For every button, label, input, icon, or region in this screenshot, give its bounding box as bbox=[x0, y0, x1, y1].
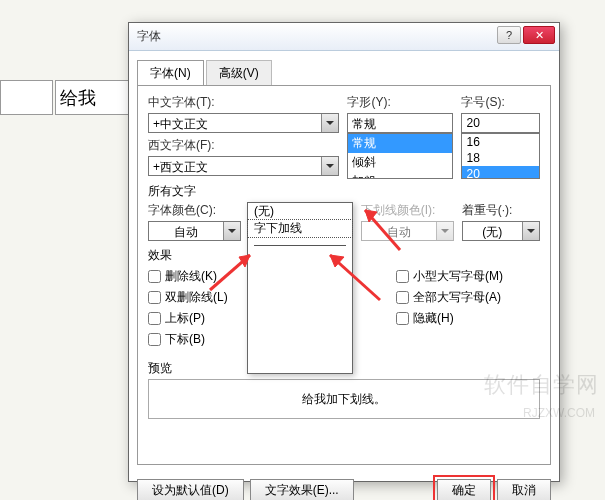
document-text: 给我 bbox=[55, 80, 130, 115]
emphasis-combo[interactable]: (无) bbox=[462, 221, 540, 241]
chevron-down-icon[interactable] bbox=[321, 157, 338, 175]
label-all-text: 所有文字 bbox=[148, 183, 540, 200]
size-input[interactable]: 20 bbox=[461, 113, 540, 133]
annotation-arrow-icon bbox=[320, 245, 390, 305]
label-emphasis: 着重号(·): bbox=[462, 202, 540, 219]
dd-item-underline-words[interactable]: 字下加线 bbox=[248, 220, 352, 237]
style-item-regular[interactable]: 常规 bbox=[348, 134, 452, 153]
dialog-footer: 设为默认值(D) 文字效果(E)... 确定 取消 bbox=[129, 473, 559, 500]
svg-marker-1 bbox=[239, 255, 250, 267]
text-effects-button[interactable]: 文字效果(E)... bbox=[250, 479, 354, 500]
dd-item-none[interactable]: (无) bbox=[248, 203, 352, 220]
label-size: 字号(S): bbox=[461, 94, 540, 111]
dialog-title: 字体 bbox=[137, 28, 161, 45]
size-value: 20 bbox=[462, 114, 539, 132]
cancel-button[interactable]: 取消 bbox=[497, 479, 551, 500]
style-value: 常规 bbox=[348, 114, 452, 132]
close-button[interactable]: ✕ bbox=[523, 26, 555, 44]
dd-item-line-dots[interactable] bbox=[248, 305, 352, 322]
cb-all-caps[interactable]: 全部大写字母(A) bbox=[396, 289, 536, 306]
annotation-arrow-icon bbox=[205, 245, 265, 295]
label-font-color: 字体颜色(C): bbox=[148, 202, 241, 219]
dd-item-line-dash[interactable] bbox=[248, 339, 352, 356]
size-item-20[interactable]: 20 bbox=[462, 166, 539, 179]
label-western-font: 西文字体(F): bbox=[148, 137, 339, 154]
cb-small-caps[interactable]: 小型大写字母(M) bbox=[396, 268, 536, 285]
cb-hidden[interactable]: 隐藏(H) bbox=[396, 310, 536, 327]
tab-bar: 字体(N) 高级(V) bbox=[137, 59, 551, 85]
chevron-down-icon[interactable] bbox=[223, 222, 240, 240]
tab-advanced[interactable]: 高级(V) bbox=[206, 60, 272, 86]
titlebar: 字体 ? ✕ bbox=[129, 23, 559, 51]
style-item-bold[interactable]: 加粗 bbox=[348, 172, 452, 179]
western-font-value: +西文正文 bbox=[149, 157, 321, 175]
western-font-combo[interactable]: +西文正文 bbox=[148, 156, 339, 176]
chevron-down-icon[interactable] bbox=[522, 222, 539, 240]
style-item-italic[interactable]: 倾斜 bbox=[348, 153, 452, 172]
emphasis-value: (无) bbox=[463, 222, 522, 240]
chinese-font-combo[interactable]: +中文正文 bbox=[148, 113, 339, 133]
size-listbox[interactable]: 16 18 20 bbox=[461, 133, 540, 179]
size-item-16[interactable]: 16 bbox=[462, 134, 539, 150]
chevron-down-icon[interactable] bbox=[321, 114, 338, 132]
preview-box: 给我加下划线。 bbox=[148, 379, 540, 419]
label-style: 字形(Y): bbox=[347, 94, 453, 111]
size-item-18[interactable]: 18 bbox=[462, 150, 539, 166]
preview-text: 给我加下划线。 bbox=[302, 391, 386, 408]
doc-bg-cell bbox=[0, 80, 53, 115]
dd-item-line-dash2[interactable] bbox=[248, 356, 352, 373]
style-input[interactable]: 常规 bbox=[347, 113, 453, 133]
font-color-combo[interactable]: 自动 bbox=[148, 221, 241, 241]
font-color-value: 自动 bbox=[149, 222, 223, 240]
help-button[interactable]: ? bbox=[497, 26, 521, 44]
style-listbox[interactable]: 常规 倾斜 加粗 bbox=[347, 133, 453, 179]
label-chinese-font: 中文字体(T): bbox=[148, 94, 339, 111]
ok-button[interactable]: 确定 bbox=[437, 479, 491, 500]
tab-font[interactable]: 字体(N) bbox=[137, 60, 204, 86]
dd-item-line-dots2[interactable] bbox=[248, 322, 352, 339]
chinese-font-value: +中文正文 bbox=[149, 114, 321, 132]
set-default-button[interactable]: 设为默认值(D) bbox=[137, 479, 244, 500]
chevron-down-icon bbox=[436, 222, 453, 240]
